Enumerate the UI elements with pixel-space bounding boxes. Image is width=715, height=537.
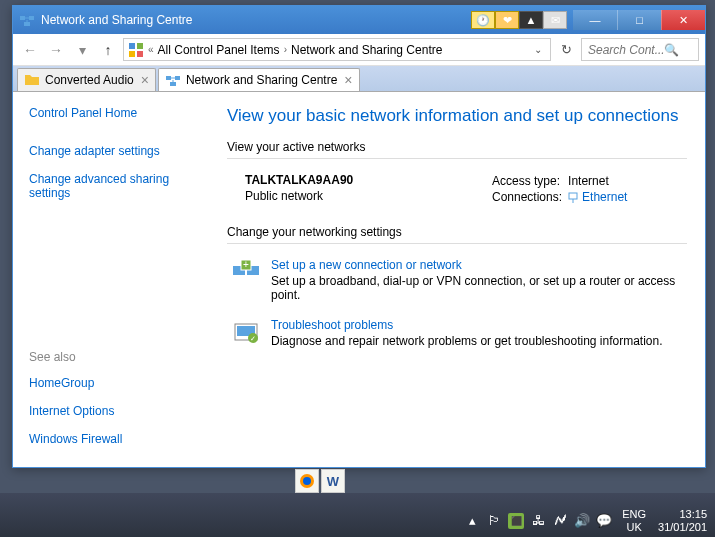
breadcrumb-separator[interactable]: « <box>148 44 154 55</box>
history-dropdown[interactable]: ▾ <box>71 39 93 61</box>
setup-connection-item: + Set up a new connection or network Set… <box>227 258 687 302</box>
clock[interactable]: 13:15 31/01/201 <box>656 508 709 534</box>
svg-rect-9 <box>166 76 171 80</box>
sidebar-internet-options[interactable]: Internet Options <box>29 404 207 418</box>
titlebar-addon-buttons: 🕐 ❤ ▲ ✉ <box>471 11 567 29</box>
folder-icon <box>24 72 40 88</box>
refresh-button[interactable]: ↻ <box>555 39 577 61</box>
addon-icon-clock[interactable]: 🕐 <box>471 11 495 29</box>
setup-connection-desc: Set up a broadband, dial-up or VPN conne… <box>271 274 687 302</box>
connections-label: Connections: <box>492 189 568 205</box>
taskbar-apps: W <box>295 469 345 493</box>
language-indicator[interactable]: ENG UK <box>618 508 650 534</box>
troubleshoot-desc: Diagnose and repair network problems or … <box>271 334 687 348</box>
content-area: Control Panel Home Change adapter settin… <box>13 92 705 467</box>
sidebar-control-panel-home[interactable]: Control Panel Home <box>29 106 207 120</box>
tab-close-button[interactable]: × <box>344 72 352 88</box>
svg-rect-10 <box>175 76 180 80</box>
svg-text:✓: ✓ <box>250 335 256 342</box>
sidebar-seealso-label: See also <box>29 350 207 364</box>
tab-network-sharing[interactable]: Network and Sharing Centre × <box>158 68 360 91</box>
app-icon <box>19 12 35 28</box>
tray-action-icon[interactable]: 💬 <box>596 513 612 529</box>
tray-volume-icon[interactable]: 🔊 <box>574 513 590 529</box>
tab-converted-audio[interactable]: Converted Audio × <box>17 68 156 91</box>
tray-up-icon[interactable]: ▴ <box>464 513 480 529</box>
access-type-value: Internet <box>568 173 633 189</box>
page-heading: View your basic network information and … <box>227 106 687 126</box>
svg-rect-6 <box>137 43 143 49</box>
control-panel-icon <box>128 42 144 58</box>
svg-rect-8 <box>137 51 143 57</box>
forward-button[interactable]: → <box>45 39 67 61</box>
breadcrumb-item[interactable]: All Control Panel Items <box>158 43 280 57</box>
addon-icon-heart[interactable]: ❤ <box>495 11 519 29</box>
troubleshoot-link[interactable]: Troubleshoot problems <box>271 318 687 332</box>
network-type: Public network <box>245 189 492 203</box>
network-icon <box>165 72 181 88</box>
troubleshoot-icon: ✓ <box>231 318 261 348</box>
svg-rect-7 <box>129 51 135 57</box>
addon-icon-up[interactable]: ▲ <box>519 11 543 29</box>
svg-point-25 <box>303 477 311 485</box>
address-bar[interactable]: « All Control Panel Items › Network and … <box>123 38 551 61</box>
main-panel: View your basic network information and … <box>223 92 705 467</box>
breadcrumb-dropdown[interactable]: ⌄ <box>530 44 546 55</box>
window-title: Network and Sharing Centre <box>41 13 471 27</box>
taskbar-firefox-icon[interactable] <box>295 469 319 493</box>
minimize-button[interactable]: — <box>573 10 617 30</box>
change-settings-label: Change your networking settings <box>227 225 687 239</box>
sidebar-change-advanced[interactable]: Change advanced sharing settings <box>29 172 207 200</box>
up-button[interactable]: ↑ <box>97 39 119 61</box>
tab-label: Network and Sharing Centre <box>186 73 337 87</box>
breadcrumb-item[interactable]: Network and Sharing Centre <box>291 43 442 57</box>
taskbar-word-icon[interactable]: W <box>321 469 345 493</box>
divider <box>227 158 687 159</box>
setup-connection-icon: + <box>231 258 261 288</box>
svg-rect-12 <box>170 82 176 86</box>
network-name: TALKTALKA9AA90 <box>245 173 492 187</box>
breadcrumb-separator[interactable]: › <box>284 44 287 55</box>
svg-rect-1 <box>29 16 34 20</box>
back-button[interactable]: ← <box>19 39 41 61</box>
tab-bar: Converted Audio × Network and Sharing Ce… <box>13 66 705 92</box>
sidebar: Control Panel Home Change adapter settin… <box>13 92 223 467</box>
search-icon: 🔍 <box>664 43 679 57</box>
search-input[interactable] <box>581 38 699 61</box>
tray-flag-icon[interactable]: 🏳 <box>486 513 502 529</box>
system-tray: ▴ 🏳 ⬛ 🖧 🗲 🔊 💬 ENG UK 13:15 31/01/201 <box>464 508 709 534</box>
tray-network-icon[interactable]: 🖧 <box>530 513 546 529</box>
divider <box>227 243 687 244</box>
sidebar-change-adapter[interactable]: Change adapter settings <box>29 144 207 158</box>
tray-app-icon[interactable]: ⬛ <box>508 513 524 529</box>
window-frame: Network and Sharing Centre 🕐 ❤ ▲ ✉ — □ ✕… <box>12 5 706 468</box>
access-type-label: Access type: <box>492 173 568 189</box>
svg-rect-0 <box>20 16 25 20</box>
svg-rect-14 <box>569 193 577 199</box>
active-networks-label: View your active networks <box>227 140 687 154</box>
nav-bar: ← → ▾ ↑ « All Control Panel Items › Netw… <box>13 34 705 66</box>
svg-text:+: + <box>243 259 249 270</box>
tab-label: Converted Audio <box>45 73 134 87</box>
svg-rect-5 <box>129 43 135 49</box>
connection-link[interactable]: Ethernet <box>582 190 627 204</box>
troubleshoot-item: ✓ Troubleshoot problems Diagnose and rep… <box>227 318 687 348</box>
title-bar[interactable]: Network and Sharing Centre 🕐 ❤ ▲ ✉ — □ ✕ <box>13 6 705 34</box>
addon-icon-mail[interactable]: ✉ <box>543 11 567 29</box>
tab-close-button[interactable]: × <box>141 72 149 88</box>
maximize-button[interactable]: □ <box>617 10 661 30</box>
close-button[interactable]: ✕ <box>661 10 705 30</box>
active-network-block: TALKTALKA9AA90 Public network Access typ… <box>227 173 687 205</box>
setup-connection-link[interactable]: Set up a new connection or network <box>271 258 687 272</box>
tray-battery-icon[interactable]: 🗲 <box>552 513 568 529</box>
sidebar-homegroup[interactable]: HomeGroup <box>29 376 207 390</box>
sidebar-windows-firewall[interactable]: Windows Firewall <box>29 432 207 446</box>
svg-rect-3 <box>24 22 30 26</box>
ethernet-icon <box>568 192 578 204</box>
